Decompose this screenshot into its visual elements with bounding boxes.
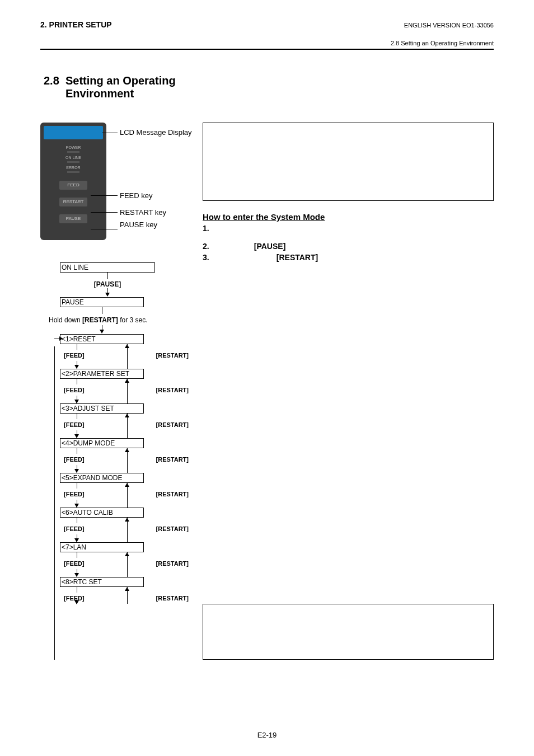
step-3: 3. [RESTART] <box>203 253 494 262</box>
note-box <box>203 604 494 660</box>
page-header: 2. PRINTER SETUP ENGLISH VERSION EO1-330… <box>40 20 494 46</box>
menu-expand-mode: <5>EXPAND MODE <box>60 473 144 483</box>
flowchart: ON LINE [PAUSE] PAUSE Hold down [RESTART… <box>40 262 186 604</box>
menu-dump-mode: <4>DUMP MODE <box>60 438 144 448</box>
menu-auto-calib: <6>AUTO CALIB <box>60 508 144 518</box>
menu-parameter-set: <2>PARAMETER SET <box>60 369 144 379</box>
callout-feed: FEED key <box>120 191 153 200</box>
flow-pause-key: [PAUSE] <box>60 280 155 288</box>
status-leds: POWER ON LINE ERROR <box>44 145 103 173</box>
state-online: ON LINE <box>60 262 155 273</box>
state-pause: PAUSE <box>60 297 144 307</box>
step-1: 1. <box>203 224 494 233</box>
menu-reset: <1>RESET <box>60 334 144 344</box>
menu-adjust-set: <3>ADJUST SET <box>60 403 144 414</box>
callout-restart: RESTART key <box>120 208 166 217</box>
version-text: ENGLISH VERSION EO1-33056 <box>391 22 494 29</box>
page-header-right: ENGLISH VERSION EO1-33056 2.8 Setting an… <box>391 22 494 46</box>
restart-button: RESTART <box>59 198 87 206</box>
menu-rtc-set: <8>RTC SET <box>60 577 144 587</box>
howto-title: How to enter the System Mode <box>203 212 494 222</box>
callout-pause: PAUSE key <box>120 220 157 229</box>
header-rule <box>40 49 494 50</box>
header-subtitle: 2.8 Setting an Operating Environment <box>391 40 494 46</box>
page-footer: E2-19 <box>0 731 534 739</box>
lcd-display <box>44 126 103 139</box>
pause-button: PAUSE <box>59 214 87 223</box>
section-title: 2.8 Setting an Operating Environment <box>44 74 494 100</box>
step-2: 2. [PAUSE] <box>203 242 494 251</box>
intro-box <box>203 123 494 201</box>
page-header-left: 2. PRINTER SETUP <box>40 20 112 29</box>
menu-lan: <7>LAN <box>60 542 144 552</box>
printer-panel: POWER ON LINE ERROR FEED RESTART PAUSE <box>40 123 106 240</box>
flow-hold-hint: Hold down [RESTART] for 3 sec. <box>49 316 186 324</box>
feed-button: FEED <box>59 181 87 190</box>
callout-lcd: LCD Message Display <box>120 128 187 137</box>
